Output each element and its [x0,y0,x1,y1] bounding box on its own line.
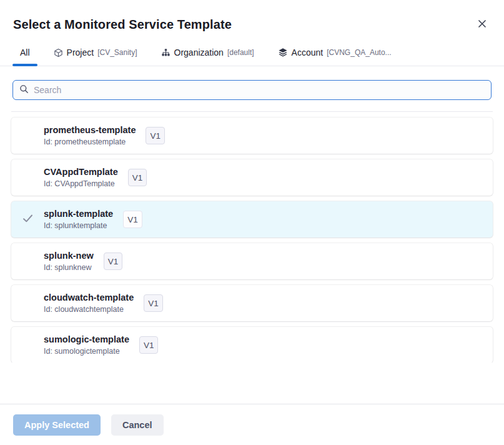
apply-selected-button[interactable]: Apply Selected [13,414,101,436]
template-info: prometheus-template Id: prometheustempla… [44,125,136,146]
tab-scope: [default] [227,48,254,57]
page-title: Select a Monitored Service Template [13,18,232,31]
tab-scope: [CVNG_QA_Auto... [327,48,391,57]
tab-scope: [CV_Sanity] [97,48,137,57]
template-name: cloudwatch-template [44,292,134,302]
template-id: Id: CVAppdTemplate [44,179,118,188]
template-name: splunk-template [44,209,113,219]
search-box [12,80,492,100]
template-name: sumologic-template [44,334,129,344]
template-row[interactable]: cloudwatch-template Id: cloudwatchtempla… [11,285,493,321]
template-info: splunk-template Id: splunktemplate [44,209,113,230]
tab-label: Project [67,48,94,58]
tab-account[interactable]: Account [CVNG_QA_Auto... [270,48,399,66]
cancel-button[interactable]: Cancel [111,414,164,436]
layers-icon [278,48,288,58]
clipped-card-edge [11,111,493,112]
tab-label: Organization [174,48,224,58]
tab-organization[interactable]: Organization [default] [154,48,262,66]
check-icon [22,214,33,226]
select-template-modal: Select a Monitored Service Template All … [0,0,504,445]
template-info: splunk-new Id: splunknew [44,251,94,272]
template-id: Id: cloudwatchtemplate [44,305,134,314]
tab-label: Account [292,48,324,58]
template-row-selected[interactable]: splunk-template Id: splunktemplate V1 [11,201,493,238]
template-info: sumologic-template Id: sumologictemplate [44,334,129,356]
tab-all[interactable]: All [12,48,37,66]
close-button[interactable] [475,18,489,31]
version-badge: V1 [139,336,159,354]
tab-label: All [20,48,30,58]
version-badge: V1 [128,169,147,186]
template-id: Id: splunknew [44,263,94,272]
version-badge: V1 [123,211,142,228]
tab-bar: All Project [CV_Sanity] [0,48,504,66]
template-row[interactable]: sumologic-template Id: sumologictemplate… [11,327,493,362]
tab-project[interactable]: Project [CV_Sanity] [46,48,145,66]
template-info: cloudwatch-template Id: cloudwatchtempla… [44,292,134,314]
modal-header: Select a Monitored Service Template [0,0,504,32]
template-row[interactable]: CVAppdTemplate Id: CVAppdTemplate V1 [11,159,493,196]
template-row[interactable]: prometheus-template Id: prometheustempla… [11,118,493,154]
close-icon [478,19,487,30]
template-id: Id: splunktemplate [44,221,113,230]
search-input[interactable] [34,81,485,99]
modal-footer: Apply Selected Cancel [0,404,504,445]
version-badge: V1 [144,294,163,312]
template-name: CVAppdTemplate [44,167,118,177]
template-row[interactable]: splunk-new Id: splunknew V1 [11,243,493,279]
cube-icon [54,48,63,58]
check-slot [11,214,44,226]
sitemap-icon [161,48,170,58]
version-badge: V1 [146,127,165,144]
template-list[interactable]: prometheus-template Id: prometheustempla… [0,103,504,362]
version-badge: V1 [104,252,123,270]
search-icon [19,84,29,96]
template-name: splunk-new [44,251,94,261]
template-name: prometheus-template [44,125,136,135]
template-info: CVAppdTemplate Id: CVAppdTemplate [44,167,118,188]
template-id: Id: prometheustemplate [44,138,136,146]
template-id: Id: sumologictemplate [44,347,129,356]
